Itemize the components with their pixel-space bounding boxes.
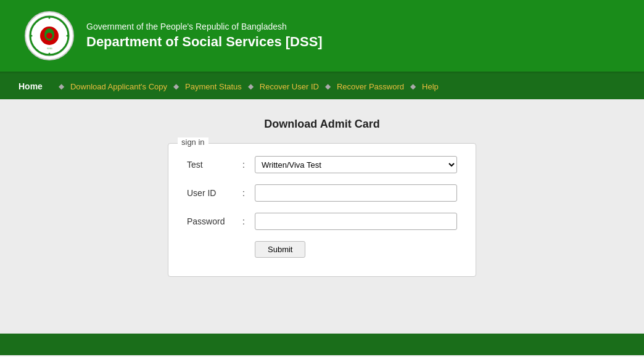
main-content: Download Admit Card sign in Test : Writt… xyxy=(0,99,644,334)
nav-divider-5: ◆ xyxy=(410,82,416,91)
svg-point-7 xyxy=(31,35,33,37)
header-title: Department of Social Services [DSS] xyxy=(86,34,323,50)
nav-divider-4: ◆ xyxy=(325,82,331,91)
test-select[interactable]: Written/Viva Test Written Test Viva Test xyxy=(255,156,457,173)
userid-input[interactable] xyxy=(255,184,457,202)
header-text: Government of the People's Republic of B… xyxy=(86,22,323,50)
svg-point-5 xyxy=(49,17,51,19)
logo: সরকার xyxy=(25,11,74,60)
svg-point-6 xyxy=(49,53,51,55)
navbar: Home ◆ Download Applicant's Copy ◆ Payme… xyxy=(0,73,644,99)
submit-button[interactable]: Submit xyxy=(255,241,305,258)
header-subtitle: Government of the People's Republic of B… xyxy=(86,22,323,31)
nav-recover-password[interactable]: Recover Password xyxy=(334,82,407,91)
emblem-icon: সরকার xyxy=(28,15,70,57)
svg-text:সরকার: সরকার xyxy=(47,47,52,50)
nav-download-copy[interactable]: Download Applicant's Copy xyxy=(68,82,170,91)
test-colon: : xyxy=(242,160,255,170)
test-label: Test xyxy=(187,160,242,170)
userid-label: User ID xyxy=(187,188,242,198)
nav-payment-status[interactable]: Payment Status xyxy=(183,82,244,91)
nav-divider-1: ◆ xyxy=(59,82,64,91)
nav-recover-user-id[interactable]: Recover User ID xyxy=(257,82,321,91)
password-row: Password : xyxy=(187,213,457,230)
form-legend: sign in xyxy=(178,137,208,147)
password-label: Password xyxy=(187,216,242,226)
submit-row: Submit xyxy=(187,241,457,258)
nav-divider-2: ◆ xyxy=(173,82,179,91)
svg-point-4 xyxy=(46,33,52,39)
footer-bar xyxy=(0,334,644,355)
page-title: Download Admit Card xyxy=(264,118,379,131)
password-input[interactable] xyxy=(255,213,457,230)
password-colon: : xyxy=(242,216,255,226)
userid-colon: : xyxy=(242,188,255,198)
svg-point-8 xyxy=(67,35,68,37)
header: সরকার Government of the People's Republi… xyxy=(0,0,644,73)
test-row: Test : Written/Viva Test Written Test Vi… xyxy=(187,156,457,173)
nav-home[interactable]: Home xyxy=(19,81,55,91)
nav-help[interactable]: Help xyxy=(419,82,441,91)
signin-form-box: sign in Test : Written/Viva Test Written… xyxy=(168,143,476,277)
userid-row: User ID : xyxy=(187,184,457,202)
nav-divider-3: ◆ xyxy=(248,82,254,91)
